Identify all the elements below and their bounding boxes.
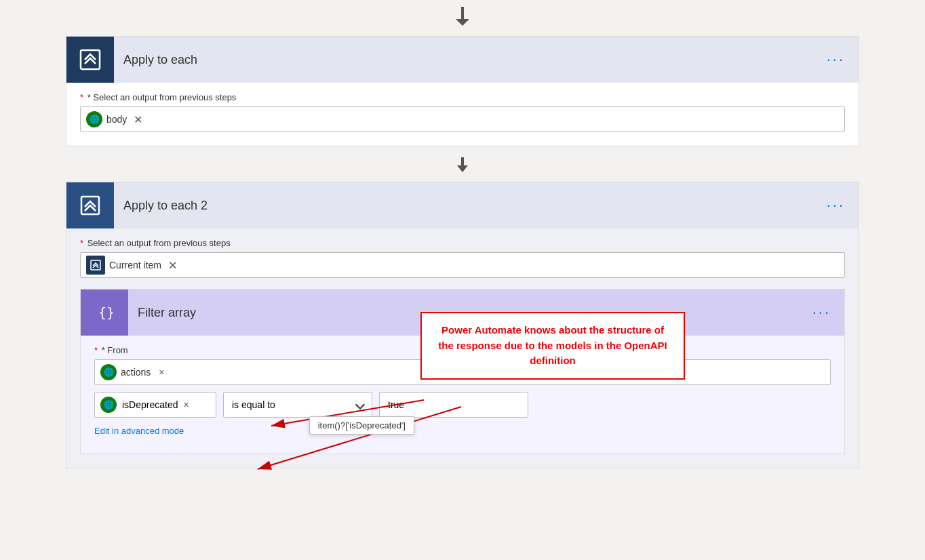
apply-to-each-2-loop-icon [86,256,105,275]
apply-to-each-1-icon [66,37,114,83]
tooltip-popup: item()?['isDeprecated'] [309,416,414,435]
condition-op-dropdown[interactable]: is equal to [223,392,372,418]
apply-to-each-1-more[interactable]: ··· [827,51,859,68]
condition-token[interactable]: 🌐 isDeprecated × [94,392,216,418]
apply-to-each-2-token-badge: Current item ✕ [86,256,177,275]
down-arrow [450,7,475,31]
apply-to-each-2-header: Apply to each 2 ··· [66,182,859,228]
filter-array-icon: {} [81,289,128,336]
from-globe-icon: 🌐 [100,364,117,380]
condition-value-text: true [388,399,404,410]
between-arrow [453,157,472,176]
apply-to-each-1-body: * * Select an output from previous steps… [66,83,859,146]
from-token-remove[interactable]: × [159,367,164,378]
apply-to-each-1-token-text: body [106,114,127,125]
from-required-star: * [94,345,98,355]
from-token-text: actions [121,367,151,378]
apply-to-each-2-icon [66,182,114,228]
required-star-2: * [80,238,83,248]
condition-token-remove[interactable]: × [184,399,189,410]
condition-token-text: isDeprecated [122,399,178,410]
svg-rect-0 [81,50,100,69]
apply-to-each-1-title: Apply to each [114,53,827,67]
required-star: * [80,92,83,102]
dropdown-chevron-icon [355,400,365,409]
from-label-text: * From [102,345,128,355]
apply-to-each-1-token-badge: 🌐 body ✕ [86,111,142,127]
apply-to-each-1-token-input[interactable]: 🌐 body ✕ [80,106,845,132]
callout-box: Power Automate knows about the structure… [420,312,685,380]
apply-to-each-1-card: Apply to each ··· * * Select an output f… [66,36,859,146]
apply-to-each-1-header: Apply to each ··· [66,37,859,83]
apply-to-each-1-select-label: * * Select an output from previous steps [80,92,845,102]
tooltip-text: item()?['isDeprecated'] [318,420,406,431]
condition-op-text: is equal to [232,399,275,410]
apply-to-each-1-globe-icon: 🌐 [86,111,102,127]
filter-array-more[interactable]: ··· [812,304,844,321]
callout-text: Power Automate knows about the structure… [434,323,671,369]
apply-to-each-1-token-remove[interactable]: ✕ [134,113,142,126]
apply-to-each-2-select-label: * Select an output from previous steps [80,238,845,248]
svg-text:{}: {} [98,304,115,321]
condition-row: 🌐 isDeprecated × is equal to true [94,392,831,418]
apply-to-each-2-title: Apply to each 2 [114,199,827,213]
apply-to-each-2-token-input[interactable]: Current item ✕ [80,252,845,278]
apply-to-each-2-token-remove[interactable]: ✕ [168,259,177,272]
apply-to-each-2-more[interactable]: ··· [827,197,859,214]
edit-advanced-link[interactable]: Edit in advanced mode [94,426,184,436]
apply-to-each-2-token-text: Current item [109,260,161,271]
from-token-badge: 🌐 actions × [100,364,165,380]
condition-value-input[interactable]: true [379,392,528,418]
condition-globe-icon: 🌐 [100,397,117,413]
